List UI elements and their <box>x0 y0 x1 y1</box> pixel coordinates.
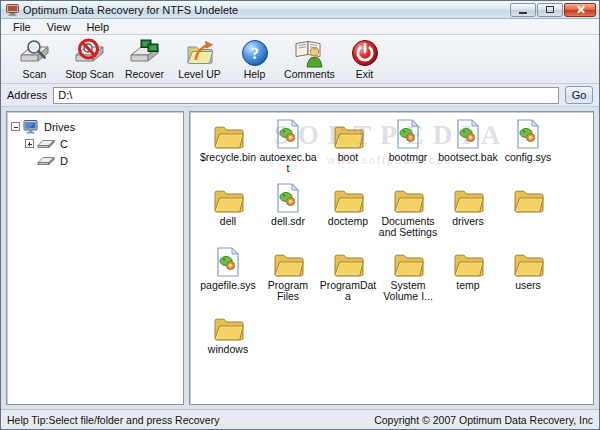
address-input[interactable] <box>53 87 559 104</box>
minimize-button[interactable] <box>510 3 536 17</box>
system-file-icon <box>454 117 482 150</box>
file-label: $recycle.bin <box>200 152 256 163</box>
tool-label: Exit <box>356 68 374 80</box>
help-button[interactable]: ?Help <box>227 37 282 82</box>
folder-icon <box>392 181 425 214</box>
drive-icon <box>37 155 55 166</box>
folder-icon <box>512 245 545 278</box>
system-file-icon <box>514 117 542 150</box>
comments-icon <box>293 38 327 68</box>
close-button[interactable] <box>564 3 596 17</box>
system-file-icon <box>274 181 302 214</box>
scan-icon <box>18 38 52 68</box>
title-bar: Optimum Data Recovery for NTFS Undelete <box>1 1 599 19</box>
file-label: dell.sdr <box>271 216 305 227</box>
app-window: Optimum Data Recovery for NTFS Undelete … <box>0 0 600 430</box>
file-label: pagefile.sys <box>200 280 255 291</box>
file-item[interactable]: Documents and Settings <box>378 181 438 243</box>
tree-item-drive-c[interactable]: C <box>25 135 179 152</box>
file-item[interactable]: System Volume I... <box>378 245 438 307</box>
tool-label: Recover <box>125 68 164 80</box>
file-item[interactable]: ProgramData <box>318 245 378 307</box>
comments-button[interactable]: Comments <box>282 37 337 82</box>
app-icon <box>6 4 19 16</box>
stop-scan-icon <box>73 38 107 68</box>
file-item[interactable]: windows <box>198 309 258 371</box>
file-label: autoexec.bat <box>258 152 318 174</box>
file-item[interactable]: users <box>498 245 558 307</box>
folder-icon <box>212 117 245 150</box>
stop-scan-button[interactable]: Stop Scan <box>62 37 117 82</box>
file-label: windows <box>208 344 248 355</box>
file-item[interactable]: drivers <box>438 181 498 243</box>
maximize-button[interactable] <box>537 3 563 17</box>
tool-label: Comments <box>284 68 335 80</box>
menu-item-help[interactable]: Help <box>78 20 117 34</box>
folder-icon <box>452 181 485 214</box>
folder-icon <box>212 309 245 342</box>
menu-item-view[interactable]: View <box>39 20 79 34</box>
address-label: Address <box>7 89 47 101</box>
file-item[interactable]: bootsect.bak <box>438 117 498 179</box>
file-item[interactable]: config.sys <box>498 117 558 179</box>
expand-expander-icon[interactable] <box>25 139 34 148</box>
level-up-button[interactable]: Level UP <box>172 37 227 82</box>
tree-label-drives[interactable]: Drives <box>41 121 78 133</box>
file-label: Program Files <box>258 280 318 302</box>
file-label: dell <box>220 216 236 227</box>
folder-icon <box>332 117 365 150</box>
file-label: users <box>515 280 541 291</box>
go-button[interactable]: Go <box>565 86 593 104</box>
minimize-icon <box>519 12 527 14</box>
file-label: ProgramData <box>318 280 378 302</box>
file-item[interactable]: Program Files <box>258 245 318 307</box>
tool-label: Scan <box>23 68 47 80</box>
system-file-icon <box>274 117 302 150</box>
tree-label[interactable]: D <box>57 155 71 167</box>
copyright-text: Copyright © 2007 Optimum Data Recovery, … <box>374 414 593 426</box>
scan-button[interactable]: Scan <box>7 37 62 82</box>
tool-label: Level UP <box>178 68 221 80</box>
tree-label[interactable]: C <box>57 138 71 150</box>
system-file-icon <box>394 117 422 150</box>
file-label: boot <box>338 152 358 163</box>
folder-icon <box>452 245 485 278</box>
folder-icon <box>332 181 365 214</box>
main-area: Drives CD SOFTPEDIA www.softpedia.com $r… <box>1 107 599 409</box>
recover-icon <box>128 38 162 68</box>
file-label: Documents and Settings <box>378 216 438 238</box>
file-item[interactable]: boot <box>318 117 378 179</box>
folder-icon <box>512 181 545 214</box>
menu-item-file[interactable]: File <box>5 20 39 34</box>
tree-item-drives[interactable]: Drives <box>11 118 179 135</box>
recover-button[interactable]: Recover <box>117 37 172 82</box>
tree-item-drive-d[interactable]: D <box>25 152 179 169</box>
menu-bar: FileViewHelp <box>1 19 599 35</box>
exit-button[interactable]: Exit <box>337 37 392 82</box>
file-item[interactable]: dell.sdr <box>258 181 318 243</box>
window-title: Optimum Data Recovery for NTFS Undelete <box>23 4 510 16</box>
help-icon: ? <box>240 38 270 68</box>
drive-tree-panel: Drives CD <box>6 111 184 405</box>
file-label: temp <box>456 280 479 291</box>
file-item[interactable]: $recycle.bin <box>198 117 258 179</box>
file-item[interactable]: doctemp <box>318 181 378 243</box>
file-item[interactable] <box>498 181 558 243</box>
file-item[interactable]: dell <box>198 181 258 243</box>
maximize-icon <box>546 6 554 13</box>
file-item[interactable]: pagefile.sys <box>198 245 258 307</box>
status-bar: Help Tip:Select file/folder and press Re… <box>1 409 599 429</box>
file-label: System Volume I... <box>378 280 438 302</box>
file-grid: $recycle.binautoexec.batbootbootmgrboots… <box>198 116 591 372</box>
folder-icon <box>392 245 425 278</box>
file-item[interactable]: bootmgr <box>378 117 438 179</box>
folder-icon <box>212 181 245 214</box>
toolbar: ScanStop ScanRecoverLevel UP?HelpComment… <box>1 35 599 84</box>
collapse-expander-icon[interactable] <box>11 122 20 131</box>
file-item[interactable]: autoexec.bat <box>258 117 318 179</box>
file-item[interactable]: temp <box>438 245 498 307</box>
window-controls <box>510 3 596 17</box>
file-label: drivers <box>452 216 484 227</box>
file-label: config.sys <box>505 152 552 163</box>
tool-label: Stop Scan <box>65 68 113 80</box>
